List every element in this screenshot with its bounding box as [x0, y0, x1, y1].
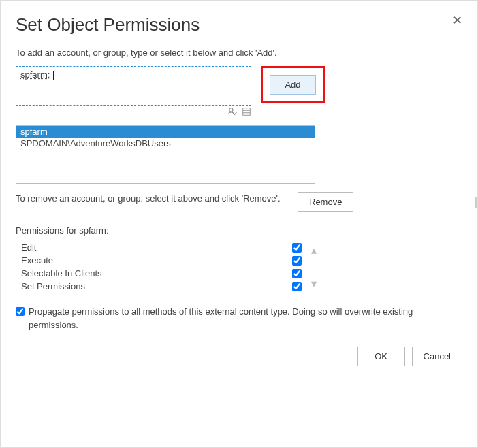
perm-checkbox-selectable[interactable]: [292, 269, 302, 278]
permissions-grid: Edit Execute Selectable In Clients Set P…: [16, 241, 462, 293]
perm-label: Selectable In Clients: [21, 268, 102, 278]
perm-row-edit: Edit: [16, 241, 302, 254]
scroll-indicator: [475, 197, 477, 208]
perm-label: Execute: [21, 255, 53, 266]
permissions-rows: Edit Execute Selectable In Clients Set P…: [16, 241, 302, 293]
perm-target: spfarm: [79, 225, 106, 236]
perm-checkbox-execute[interactable]: [292, 256, 302, 266]
dialog-footer: OK Cancel: [16, 347, 462, 366]
svg-point-0: [229, 108, 233, 112]
perm-label: Set Permissions: [21, 281, 85, 291]
list-item[interactable]: SPDOMAIN\AdventureWorksDBUsers: [16, 138, 315, 149]
perm-row-execute: Execute: [16, 254, 302, 267]
add-highlight: Add: [261, 66, 325, 103]
perm-row-setperm: Set Permissions: [16, 280, 302, 293]
cancel-button[interactable]: Cancel: [412, 347, 462, 366]
add-instruction: To add an account, or group, type or sel…: [16, 48, 462, 58]
propagate-row: Propagate permissions to all methods of …: [16, 305, 462, 332]
browse-icon[interactable]: [242, 107, 251, 118]
remove-row: To remove an account, or group, select i…: [16, 192, 462, 212]
permissions-for: Permissions for spfarm:: [16, 225, 462, 236]
perm-row-selectable: Selectable In Clients: [16, 267, 302, 280]
svg-rect-1: [243, 108, 251, 116]
perm-checkbox-setperm[interactable]: [292, 282, 302, 291]
scroll-down-icon[interactable]: ▾: [311, 277, 317, 290]
perm-label: Edit: [21, 242, 36, 253]
propagate-checkbox[interactable]: [16, 307, 25, 316]
perm-checkbox-edit[interactable]: [292, 243, 302, 253]
scrollbar[interactable]: ▴ ▾: [307, 241, 321, 293]
input-wrapper: spfarm;: [16, 66, 251, 118]
text-caret: [53, 71, 54, 80]
dialog: ✕ Set Object Permissions To add an accou…: [1, 1, 477, 380]
add-row: spfarm; Add: [16, 66, 462, 118]
picker-icons: [16, 107, 251, 118]
check-names-icon[interactable]: [228, 107, 238, 118]
remove-instruction: To remove an account, or group, select i…: [16, 192, 288, 206]
close-icon[interactable]: ✕: [452, 14, 462, 27]
propagate-label: Propagate permissions to all methods of …: [29, 305, 462, 332]
input-value: spfarm: [20, 69, 48, 80]
dialog-title: Set Object Permissions: [16, 14, 462, 35]
add-button[interactable]: Add: [270, 75, 316, 95]
scroll-up-icon[interactable]: ▴: [311, 244, 317, 257]
account-input[interactable]: spfarm;: [16, 66, 251, 106]
accounts-list[interactable]: spfarm SPDOMAIN\AdventureWorksDBUsers: [16, 125, 315, 184]
perm-prefix: Permissions for: [16, 225, 79, 236]
remove-button[interactable]: Remove: [298, 192, 353, 212]
ok-button[interactable]: OK: [357, 347, 405, 366]
input-suffix: ;: [48, 69, 50, 80]
list-item[interactable]: spfarm: [16, 126, 315, 138]
perm-suffix: :: [106, 225, 109, 236]
